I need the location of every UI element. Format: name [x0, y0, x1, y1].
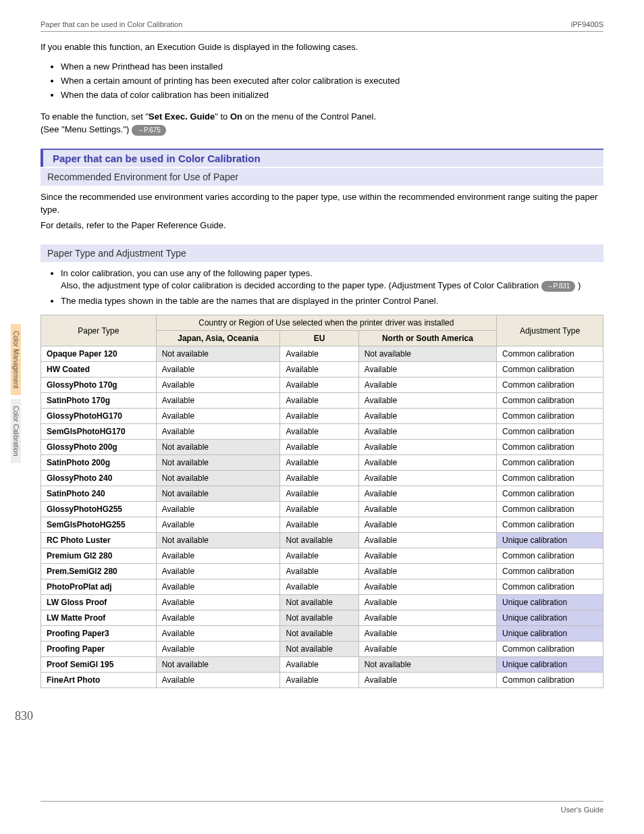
table-cell: Unique calibration	[497, 610, 603, 626]
table-cell: Available	[156, 642, 280, 657]
table-row: Opaque Paper 120Not availableAvailableNo…	[41, 346, 603, 362]
t: Set Exec. Guide	[149, 111, 215, 122]
table-cell: SemGlsPhotoHG255	[41, 517, 157, 533]
table-cell: SemGlsPhotoHG170	[41, 424, 157, 440]
t: )	[575, 280, 581, 290]
table-cell: Not available	[156, 440, 280, 455]
table-cell: Available	[280, 455, 358, 471]
table-cell: SatinPhoto 240	[41, 486, 157, 502]
table-cell: Proofing Paper3	[41, 626, 157, 642]
table-cell: Available	[280, 548, 358, 564]
intro-bullet: When the data of color calibration has b…	[61, 89, 603, 102]
table-cell: Available	[358, 673, 496, 688]
table-row: GlossyPhoto 170gAvailableAvailableAvaila…	[41, 377, 603, 393]
t: In color calibration, you can use any of…	[61, 268, 313, 278]
section-bar: Paper that can be used in Color Calibrat…	[41, 149, 603, 167]
table-cell: Unique calibration	[497, 533, 603, 548]
table-row: Premium Gl2 280AvailableAvailableAvailab…	[41, 548, 603, 564]
table-cell: Available	[358, 595, 496, 610]
table-cell: Available	[358, 579, 496, 595]
table-cell: RC Photo Luster	[41, 533, 157, 548]
table-cell: GlossyPhotoHG170	[41, 409, 157, 424]
table-cell: Available	[280, 657, 358, 673]
table-row: SatinPhoto 200gNot availableAvailableAva…	[41, 455, 603, 471]
table-cell: Unique calibration	[497, 657, 603, 673]
table-cell: Not available	[280, 533, 358, 548]
header-left: Paper that can be used in Color Calibrat…	[41, 20, 182, 28]
table-cell: Premium Gl2 280	[41, 548, 157, 564]
table-cell: Available	[358, 362, 496, 377]
table-cell: Available	[358, 440, 496, 455]
th-country: Country or Region of Use selected when t…	[156, 315, 496, 331]
table-cell: PhotoProPlat adj	[41, 579, 157, 595]
enable-text: To enable the function, set "Set Exec. G…	[41, 111, 603, 136]
table-cell: Not available	[156, 455, 280, 471]
table-cell: Not available	[280, 626, 358, 642]
table-cell: Prem.SemiGl2 280	[41, 564, 157, 579]
sub1-p1: Since the recommended use environment va…	[41, 191, 603, 217]
page-ref-link[interactable]: →P.675	[132, 125, 166, 136]
table-cell: Not available	[358, 657, 496, 673]
table-cell: Available	[280, 486, 358, 502]
sub2-bullets: In color calibration, you can use any of…	[61, 267, 603, 309]
table-cell: Available	[358, 626, 496, 642]
table-row: SatinPhoto 240Not availableAvailableAvai…	[41, 486, 603, 502]
table-cell: Common calibration	[497, 673, 603, 688]
table-row: Proofing PaperAvailableNot availableAvai…	[41, 642, 603, 657]
table-cell: GlossyPhoto 170g	[41, 377, 157, 393]
th-jp: Japan, Asia, Oceania	[156, 331, 280, 346]
table-cell: Available	[358, 424, 496, 440]
table-cell: Available	[358, 409, 496, 424]
table-cell: HW Coated	[41, 362, 157, 377]
table-row: PhotoProPlat adjAvailableAvailableAvaila…	[41, 579, 603, 595]
table-cell: Common calibration	[497, 409, 603, 424]
table-cell: LW Matte Proof	[41, 610, 157, 626]
side-tabs: Color Management Color Calibration	[11, 324, 23, 467]
table-cell: Available	[280, 409, 358, 424]
table-cell: Not available	[156, 486, 280, 502]
sub1-p2: For details, refer to the Paper Referenc…	[41, 219, 603, 232]
t: (See "Menu Settings.")	[41, 124, 132, 134]
table-cell: Available	[358, 533, 496, 548]
table-cell: Proof SemiGl 195	[41, 657, 157, 673]
side-tab-color-management[interactable]: Color Management	[11, 324, 21, 395]
th-eu: EU	[280, 331, 358, 346]
intro-bullet: When a certain amount of printing has be…	[61, 75, 603, 88]
table-cell: Available	[358, 564, 496, 579]
table-cell: Available	[156, 424, 280, 440]
table-row: Proof SemiGl 195Not availableAvailableNo…	[41, 657, 603, 673]
table-cell: Available	[358, 548, 496, 564]
table-cell: Common calibration	[497, 486, 603, 502]
footer: User's Guide	[41, 801, 603, 814]
table-cell: Available	[280, 673, 358, 688]
subsection-paper-adjustment: Paper Type and Adjustment Type	[41, 244, 603, 262]
table-cell: Common calibration	[497, 393, 603, 409]
paper-table: Paper Type Country or Region of Use sele…	[41, 315, 603, 688]
t: On	[230, 111, 242, 122]
page-header: Paper that can be used in Color Calibrat…	[41, 20, 603, 32]
table-cell: Available	[280, 440, 358, 455]
table-cell: Available	[280, 502, 358, 517]
table-cell: Available	[358, 471, 496, 486]
table-cell: GlossyPhotoHG255	[41, 502, 157, 517]
table-cell: Available	[156, 579, 280, 595]
table-cell: Available	[358, 610, 496, 626]
t: To enable the function, set "	[41, 111, 149, 122]
table-cell: Common calibration	[497, 362, 603, 377]
table-cell: Available	[358, 642, 496, 657]
subsection-recommended-env: Recommended Environment for Use of Paper	[41, 168, 603, 186]
table-cell: Available	[156, 673, 280, 688]
table-cell: Common calibration	[497, 471, 603, 486]
table-cell: Available	[156, 502, 280, 517]
page-ref-link[interactable]: →P.831	[541, 281, 576, 292]
table-cell: Available	[358, 377, 496, 393]
intro-bullets: When a new Printhead has been installed …	[61, 61, 603, 102]
table-cell: Common calibration	[497, 642, 603, 657]
table-row: SatinPhoto 170gAvailableAvailableAvailab…	[41, 393, 603, 409]
table-cell: Available	[156, 564, 280, 579]
table-cell: Available	[156, 362, 280, 377]
side-tab-color-calibration[interactable]: Color Calibration	[11, 399, 21, 463]
sub2-bullet: The media types shown in the table are t…	[61, 295, 603, 308]
table-cell: Available	[280, 362, 358, 377]
table-row: GlossyPhotoHG170AvailableAvailableAvaila…	[41, 409, 603, 424]
